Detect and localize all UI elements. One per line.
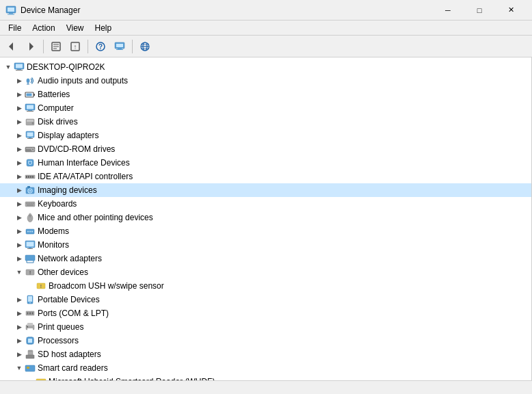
- expander-monitors[interactable]: ▶: [14, 239, 25, 250]
- toolbar-sep-1: [43, 40, 44, 53]
- label-modems: Modems: [38, 226, 69, 236]
- svg-rect-91: [32, 313, 34, 315]
- label-portable: Portable Devices: [38, 295, 100, 304]
- main-content: ▼ DESKTOP-QIPRO2K ▶ Audio inputs and out…: [0, 57, 532, 380]
- expander-ports[interactable]: ▶: [14, 308, 25, 319]
- toolbar-properties[interactable]: [47, 38, 65, 55]
- expander-network[interactable]: ▶: [14, 253, 25, 264]
- tree-item-ms_smartcard[interactable]: Microsoft Usbccid Smartcard Reader (WUDF…: [0, 375, 531, 380]
- tree-item-hid[interactable]: ▶ Human Interface Devices: [0, 156, 531, 170]
- svg-rect-94: [27, 328, 33, 330]
- expander-other[interactable]: ▼: [14, 267, 25, 278]
- toolbar-devmgr[interactable]: [111, 38, 129, 55]
- svg-rect-34: [27, 105, 34, 109]
- tree-item-disk[interactable]: ▶ Disk drives: [0, 115, 531, 129]
- icon-other: !: [25, 267, 36, 278]
- svg-point-59: [29, 190, 31, 192]
- tree-item-dvd[interactable]: ▶ DVD/CD-ROM drives: [0, 142, 531, 156]
- svg-rect-17: [116, 49, 123, 50]
- tree-item-monitors[interactable]: ▶ Monitors: [0, 238, 531, 252]
- svg-rect-27: [27, 79, 29, 83]
- expander-dvd[interactable]: ▶: [14, 144, 25, 155]
- icon-dvd: [25, 144, 36, 155]
- expander-portable[interactable]: ▶: [14, 294, 25, 305]
- menu-file[interactable]: File: [3, 21, 27, 35]
- tree-item-computer[interactable]: ▶ Computer: [0, 101, 531, 115]
- svg-rect-47: [27, 159, 34, 166]
- tree-item-print[interactable]: ▶ Print queues: [0, 320, 531, 334]
- svg-rect-15: [116, 44, 123, 47]
- tree-item-other[interactable]: ▼ ! Other devices: [0, 265, 531, 279]
- svg-rect-62: [29, 203, 30, 205]
- label-ide: IDE ATA/ATAPI controllers: [38, 172, 133, 181]
- expander-keyboards[interactable]: ▶: [14, 198, 25, 209]
- tree-item-processors[interactable]: ▶ Processors: [0, 334, 531, 347]
- label-processors: Processors: [38, 336, 79, 345]
- tree-item-ports[interactable]: ▶ Ports (COM & LPT): [0, 306, 531, 320]
- menu-bar: File Action View Help: [0, 21, 532, 36]
- label-ports: Ports (COM & LPT): [38, 308, 109, 318]
- label-other: Other devices: [38, 267, 88, 277]
- label-display: Display adapters: [38, 131, 98, 140]
- label-batteries: Batteries: [38, 90, 70, 99]
- window-controls: ─ □ ✕: [432, 0, 527, 21]
- tree-item-modems[interactable]: ▶ Modems: [0, 224, 531, 238]
- tree-item-batteries[interactable]: ▶ Batteries: [0, 88, 531, 101]
- expander-imaging[interactable]: ▶: [14, 185, 25, 196]
- device-tree[interactable]: ▼ DESKTOP-QIPRO2K ▶ Audio inputs and out…: [0, 57, 532, 380]
- expander-audio[interactable]: ▶: [14, 75, 25, 86]
- expander-display[interactable]: ▶: [14, 130, 25, 141]
- root-expander[interactable]: ▼: [3, 62, 14, 73]
- svg-point-71: [29, 231, 31, 233]
- maximize-button[interactable]: □: [464, 0, 495, 21]
- menu-action[interactable]: Action: [27, 21, 60, 35]
- status-bar: [0, 380, 532, 394]
- toolbar-help[interactable]: ?: [92, 38, 109, 55]
- expander-processors[interactable]: ▶: [14, 335, 25, 346]
- tree-item-network[interactable]: ▶ Network adapters: [0, 252, 531, 265]
- expander-modems[interactable]: ▶: [14, 226, 25, 237]
- toolbar-back[interactable]: [3, 38, 21, 55]
- menu-view[interactable]: View: [61, 21, 90, 35]
- svg-rect-117: [36, 379, 46, 380]
- tree-item-audio[interactable]: ▶ Audio inputs and outputs: [0, 74, 531, 88]
- expander-sd[interactable]: ▶: [14, 349, 25, 360]
- minimize-button[interactable]: ─: [432, 0, 464, 21]
- label-keyboards: Keyboards: [38, 199, 77, 209]
- svg-rect-90: [29, 313, 31, 315]
- icon-print: [25, 321, 36, 332]
- menu-help[interactable]: Help: [90, 21, 118, 35]
- toolbar-network[interactable]: [136, 38, 154, 55]
- tree-item-ide[interactable]: ▶ IDE ATA/ATAPI controllers: [0, 170, 531, 183]
- svg-rect-3: [8, 14, 14, 14]
- label-broadcom: Broadcom USH w/swipe sensor: [49, 281, 164, 291]
- toolbar-forward[interactable]: [22, 38, 40, 55]
- expander-disk[interactable]: ▶: [14, 116, 25, 127]
- tree-item-keyboards[interactable]: ▶ Keyboards: [0, 197, 531, 211]
- close-button[interactable]: ✕: [495, 0, 527, 21]
- root-label: DESKTOP-QIPRO2K: [27, 62, 105, 72]
- expander-smartcard[interactable]: ▼: [14, 363, 25, 373]
- expander-hid[interactable]: ▶: [14, 157, 25, 168]
- expander-batteries[interactable]: ▶: [14, 89, 25, 100]
- tree-item-display[interactable]: ▶ Display adapters: [0, 129, 531, 142]
- tree-item-smartcard[interactable]: ▼ Smart card readers: [0, 361, 531, 375]
- expander-ide[interactable]: ▶: [14, 171, 25, 182]
- tree-item-imaging[interactable]: ▶ Imaging devices: [0, 183, 531, 197]
- tree-item-mice[interactable]: ▶ Mice and other pointing devices: [0, 211, 531, 224]
- svg-rect-95: [27, 326, 28, 328]
- toolbar-update-driver[interactable]: ↑: [66, 38, 84, 55]
- label-audio: Audio inputs and outputs: [38, 76, 128, 86]
- svg-rect-35: [28, 110, 32, 111]
- expander-mice[interactable]: ▶: [14, 212, 25, 223]
- tree-root[interactable]: ▼ DESKTOP-QIPRO2K: [0, 60, 531, 74]
- svg-rect-75: [29, 248, 31, 248]
- expander-computer[interactable]: ▶: [14, 103, 25, 114]
- tree-item-portable[interactable]: ▶ Portable Devices: [0, 293, 531, 306]
- svg-rect-77: [25, 255, 35, 261]
- label-network: Network adapters: [38, 254, 102, 263]
- tree-item-broadcom[interactable]: ! Broadcom USH w/swipe sensor: [0, 279, 531, 293]
- expander-broadcom: [25, 280, 36, 291]
- expander-print[interactable]: ▶: [14, 321, 25, 332]
- tree-item-sd[interactable]: ▶ SD host adapters: [0, 347, 531, 361]
